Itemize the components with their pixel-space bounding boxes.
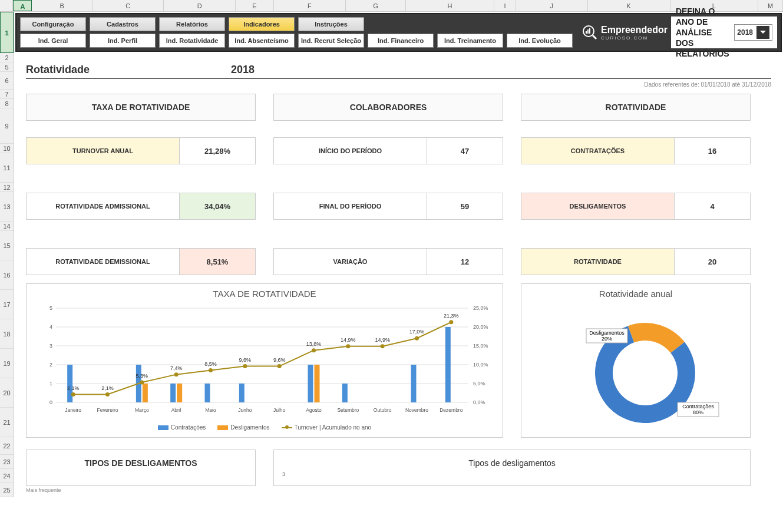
- data-reference: Dados referentes de: 01/01/2018 até 31/1…: [14, 81, 771, 88]
- subtab[interactable]: Ind. Recrut Seleção: [298, 34, 364, 48]
- svg-text:80%: 80%: [693, 409, 703, 415]
- svg-text:5,0%: 5,0%: [473, 381, 485, 386]
- axis-3: 3: [282, 471, 742, 477]
- legend-turnover: Turnover | Acumulado no ano: [295, 424, 372, 431]
- tab-cadastros[interactable]: Cadastros: [90, 17, 156, 31]
- year-select[interactable]: 2018: [734, 24, 772, 41]
- svg-text:20%: 20%: [602, 336, 612, 342]
- kpi-value: 21,28%: [180, 138, 255, 164]
- kpi-value: 12: [427, 249, 503, 275]
- kpi-grid: TAXA DE ROTATIVIDADE COLABORADORES ROTAT…: [26, 94, 771, 121]
- kpi-label: VARIAÇÃO: [274, 249, 427, 275]
- kpi-value: 4: [675, 193, 750, 219]
- svg-line-1: [593, 35, 596, 39]
- svg-text:8,5%: 8,5%: [204, 361, 217, 367]
- svg-text:Desligamentos: Desligamentos: [589, 330, 625, 336]
- svg-point-52: [209, 368, 213, 372]
- svg-text:Janeiro: Janeiro: [65, 407, 81, 413]
- column-ruler[interactable]: ABCDEFGHIJKLM: [0, 0, 783, 12]
- chart1-svg: 0123450,0%5,0%10,0%15,0%20,0%25,0%Janeir…: [32, 302, 498, 420]
- subtab[interactable]: Ind. Perfil: [90, 34, 156, 48]
- kpi-value: 47: [427, 138, 503, 164]
- svg-text:Fevereiro: Fevereiro: [97, 407, 118, 413]
- svg-rect-34: [308, 365, 313, 402]
- svg-text:Outubro: Outubro: [374, 407, 392, 413]
- tab-instruções[interactable]: Instruções: [298, 17, 364, 31]
- svg-rect-20: [67, 365, 72, 402]
- kpi-row: ROTATIVIDADE 20: [521, 248, 751, 275]
- svg-text:5: 5: [49, 305, 52, 311]
- tab-configuração[interactable]: Configuração: [20, 17, 86, 31]
- panel-tipos-left: TIPOS DE DESLIGAMENTOS: [26, 450, 256, 486]
- kpi-row: CONTRATAÇÕES 16: [521, 137, 751, 164]
- chevron-down-icon[interactable]: [756, 26, 769, 39]
- svg-text:17,0%: 17,0%: [409, 329, 425, 335]
- svg-rect-31: [239, 384, 245, 402]
- kpi-value: 8,51%: [180, 249, 255, 275]
- svg-text:1: 1: [49, 381, 52, 386]
- kpi-value: 16: [675, 138, 750, 164]
- svg-text:10,0%: 10,0%: [473, 362, 488, 368]
- svg-text:21,3%: 21,3%: [444, 313, 459, 319]
- panel-tipos-right: Tipos de desligamentos 3: [273, 450, 751, 486]
- year-label: DEFINA O ANO DE ANÁLISE DOS RELATÓRIOS: [676, 6, 729, 60]
- svg-text:3: 3: [49, 343, 52, 349]
- svg-text:7,4%: 7,4%: [170, 365, 183, 371]
- tab-indicadores[interactable]: Indicadores: [229, 17, 295, 31]
- title-row: Rotatividade 2018: [26, 64, 771, 79]
- mais-frequente: Mais frequente: [26, 487, 783, 493]
- svg-text:2: 2: [49, 362, 52, 368]
- kpi-value: 34,04%: [180, 193, 255, 219]
- kpi-label: TURNOVER ANUAL: [27, 138, 180, 164]
- svg-text:15,0%: 15,0%: [473, 343, 488, 349]
- svg-point-50: [174, 372, 179, 376]
- svg-text:Novembro: Novembro: [405, 407, 428, 413]
- svg-rect-37: [342, 384, 348, 402]
- svg-rect-27: [177, 384, 182, 402]
- chart-zone: TAXA DE ROTATIVIDADE 0123450,0%5,0%10,0%…: [26, 283, 771, 438]
- kpi-body: TURNOVER ANUAL 21,28% INÍCIO DO PERÍODO …: [26, 127, 771, 275]
- page-year: 2018: [231, 64, 255, 76]
- kpi-label: ROTATIVIDADE ADMISSIONAL: [27, 193, 180, 219]
- svg-text:Março: Março: [135, 407, 149, 413]
- svg-text:14,9%: 14,9%: [375, 337, 390, 343]
- svg-rect-29: [205, 384, 210, 402]
- tab-relatórios[interactable]: Relatórios: [159, 17, 225, 31]
- svg-text:2,1%: 2,1%: [101, 385, 114, 391]
- bottom-zone: TIPOS DE DESLIGAMENTOS Tipos de desligam…: [26, 450, 771, 486]
- row-ruler[interactable]: 125678910111213141516171819202122232425: [0, 12, 14, 497]
- svg-text:2,1%: 2,1%: [67, 385, 80, 391]
- svg-point-60: [346, 344, 350, 348]
- subtab[interactable]: Ind. Evolução: [507, 34, 573, 48]
- subtab[interactable]: Ind. Geral: [20, 34, 86, 48]
- kpi-label: ROTATIVIDADE: [521, 249, 675, 275]
- subtab[interactable]: Ind. Absenteísmo: [229, 34, 295, 48]
- chart-turnover: TAXA DE ROTATIVIDADE 0123450,0%5,0%10,0%…: [26, 283, 503, 438]
- subtab[interactable]: Ind. Rotatividade: [159, 34, 225, 48]
- svg-text:20,0%: 20,0%: [473, 324, 488, 330]
- svg-text:Contratações: Contratações: [682, 404, 714, 409]
- page-title: Rotatividade: [26, 64, 90, 76]
- svg-rect-24: [143, 384, 148, 402]
- svg-point-54: [243, 364, 247, 368]
- ribbon: ConfiguraçãoCadastrosRelatóriosIndicador…: [15, 13, 782, 52]
- kpi-row: VARIAÇÃO 12: [273, 248, 503, 275]
- legend-contratacoes: Contratações: [171, 424, 206, 431]
- svg-text:9,6%: 9,6%: [273, 357, 286, 363]
- subtab[interactable]: Ind. Financeiro: [368, 34, 434, 48]
- svg-text:Maio: Maio: [205, 407, 216, 413]
- subtab[interactable]: Ind. Treinamento: [437, 34, 503, 48]
- svg-text:13,8%: 13,8%: [306, 341, 322, 347]
- kpi-header-2: COLABORADORES: [273, 94, 503, 121]
- kpi-label: ROTATIVIDADE DEMISSIONAL: [27, 249, 180, 275]
- kpi-label: INÍCIO DO PERÍODO: [274, 138, 427, 164]
- svg-point-66: [449, 320, 453, 324]
- svg-point-44: [71, 392, 75, 396]
- logo-sub: CURIOSO.COM: [601, 35, 668, 41]
- svg-point-58: [312, 348, 316, 352]
- kpi-row: ROTATIVIDADE ADMISSIONAL 34,04%: [26, 193, 256, 220]
- kpi-row: FINAL DO PERÍODO 59: [273, 193, 503, 220]
- kpi-label: FINAL DO PERÍODO: [274, 193, 427, 219]
- kpi-header-1: TAXA DE ROTATIVIDADE: [26, 94, 256, 121]
- svg-text:9,6%: 9,6%: [239, 357, 252, 363]
